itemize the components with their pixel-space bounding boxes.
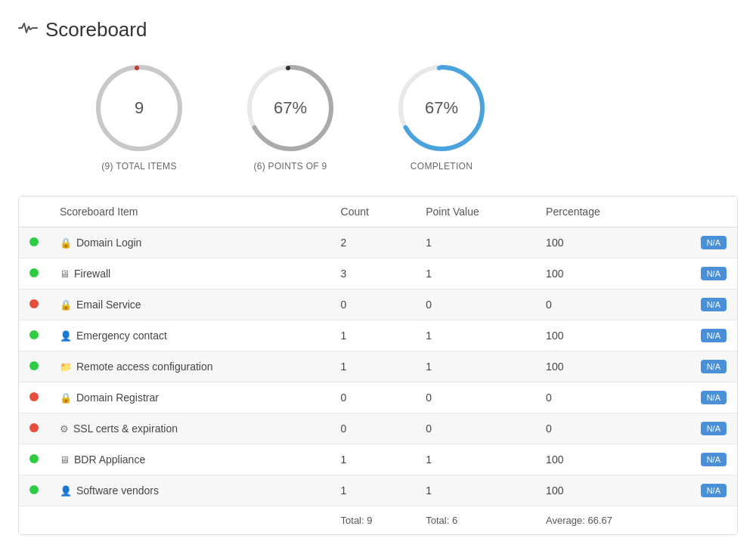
status-dot [29,454,39,463]
footer-empty-2 [49,506,330,535]
gauge-value-total-items: 9 [135,98,144,118]
count-cell: 3 [330,258,416,289]
item-name: Software vendors [76,484,159,497]
status-dot [29,237,39,246]
item-name-cell: 🔒 Email Service [49,289,330,320]
footer-percentage: Average: 66.67 [535,506,677,535]
monitor-icon: 🖥 [60,268,70,280]
count-cell: 1 [330,320,416,351]
col-header-badge [677,197,737,227]
user-icon: 👤 [60,485,72,497]
status-dot-cell [19,258,49,289]
gauge-value-completion: 67% [425,98,458,118]
item-name-cell: 👤 Software vendors [49,475,330,506]
item-name: Email Service [76,299,141,311]
table-row: 👤 Emergency contact 1 1 100 N/A [19,320,737,351]
footer-empty-1 [19,506,49,535]
point-value-cell: 0 [415,289,535,320]
item-name: Remote access configuration [76,361,213,373]
col-header-count: Count [330,197,416,227]
na-badge[interactable]: N/A [701,236,727,249]
na-badge[interactable]: N/A [701,391,727,404]
table-row: 🔒 Domain Login 2 1 100 N/A [19,227,737,258]
na-badge[interactable]: N/A [701,360,727,373]
item-name-cell: ⚙ SSL certs & expiration [49,413,330,444]
status-dot [29,423,39,432]
item-name: Emergency contact [76,330,167,342]
na-badge[interactable]: N/A [701,484,727,497]
status-dot [29,361,39,370]
point-value-cell: 1 [415,444,535,475]
badge-cell[interactable]: N/A [677,258,737,289]
folder-icon: 📁 [60,361,72,373]
gauge-circle-total-items: 9 [94,63,184,153]
table-row: 🖥 BDR Appliance 1 1 100 N/A [19,444,737,475]
gauge-completion: 67% COMPLETION [366,63,517,172]
status-dot-cell [19,227,49,258]
badge-cell[interactable]: N/A [677,320,737,351]
point-value-cell: 0 [415,382,535,413]
percentage-cell: 100 [535,320,677,351]
table-row: 🖥 Firewall 3 1 100 N/A [19,258,737,289]
col-header-point-value: Point Value [415,197,535,227]
percentage-cell: 100 [535,444,677,475]
badge-cell[interactable]: N/A [677,382,737,413]
badge-cell[interactable]: N/A [677,475,737,506]
item-name: BDR Appliance [74,453,145,466]
status-dot-cell [19,320,49,351]
badge-cell[interactable]: N/A [677,413,737,444]
status-dot-cell [19,475,49,506]
status-dot-cell [19,351,49,382]
item-name-cell: 👤 Emergency contact [49,320,330,351]
item-name-cell: 🖥 Firewall [49,258,330,289]
percentage-cell: 100 [535,258,677,289]
point-value-cell: 1 [415,351,535,382]
gauge-points: 67% (6) POINTS OF 9 [215,63,366,172]
page-header: Scoreboard [18,18,738,42]
na-badge[interactable]: N/A [701,422,727,435]
lock-icon: 🔒 [60,237,72,249]
col-header-status [19,197,49,227]
status-dot [29,392,39,401]
percentage-cell: 0 [535,289,677,320]
table-header-row: Scoreboard Item Count Point Value Percen… [19,197,737,227]
scoreboard-table-container: Scoreboard Item Count Point Value Percen… [18,196,738,535]
count-cell: 0 [330,413,416,444]
footer-count: Total: 9 [330,506,416,535]
gauge-total-items: 9 (9) TOTAL ITEMS [64,63,215,172]
monitor-icon: 🖥 [60,454,70,466]
gauge-label-total-items: (9) TOTAL ITEMS [101,161,176,172]
point-value-cell: 1 [415,258,535,289]
count-cell: 0 [330,382,416,413]
count-cell: 1 [330,475,416,506]
badge-cell[interactable]: N/A [677,444,737,475]
gauges-row: 9 (9) TOTAL ITEMS 67% (6) POINTS OF 9 67… [18,63,738,172]
na-badge[interactable]: N/A [701,453,727,466]
status-dot [29,485,39,494]
percentage-cell: 0 [535,413,677,444]
status-dot-cell [19,413,49,444]
badge-cell[interactable]: N/A [677,289,737,320]
col-header-percentage: Percentage [535,197,677,227]
percentage-cell: 100 [535,227,677,258]
table-row: 📁 Remote access configuration 1 1 100 N/… [19,351,737,382]
badge-cell[interactable]: N/A [677,227,737,258]
item-name-cell: 🖥 BDR Appliance [49,444,330,475]
na-badge[interactable]: N/A [701,298,727,311]
count-cell: 0 [330,289,416,320]
point-value-cell: 1 [415,475,535,506]
scoreboard-table: Scoreboard Item Count Point Value Percen… [19,197,737,534]
footer-point-value: Total: 6 [415,506,535,535]
badge-cell[interactable]: N/A [677,351,737,382]
item-name: Domain Registrar [76,392,159,404]
table-footer-row: Total: 9 Total: 6 Average: 66.67 [19,506,737,535]
percentage-cell: 100 [535,351,677,382]
item-name: Domain Login [76,237,141,249]
table-row: 🔒 Domain Registrar 0 0 0 N/A [19,382,737,413]
gauge-label-completion: COMPLETION [411,161,472,172]
gear-icon: ⚙ [60,423,69,435]
lock-icon: 🔒 [60,299,72,311]
gauge-value-points: 67% [274,98,307,118]
na-badge[interactable]: N/A [701,329,727,342]
na-badge[interactable]: N/A [701,267,727,280]
